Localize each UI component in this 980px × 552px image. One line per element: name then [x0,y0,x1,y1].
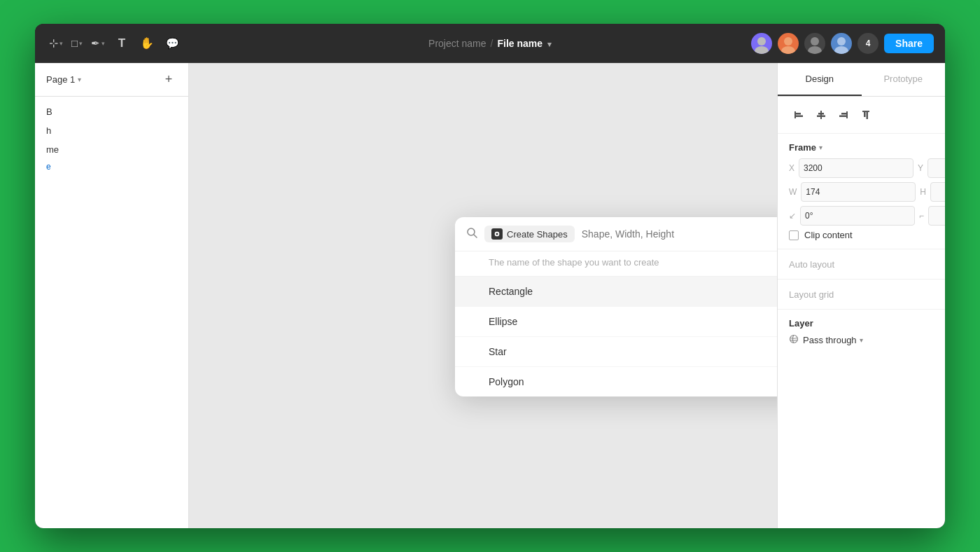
toolbar-center: Project name / File name ▾ [428,38,552,49]
layer-item-b[interactable]: B [35,102,188,121]
svg-point-0 [757,37,766,46]
file-dropdown-arrow: ▾ [547,40,552,48]
move-icon: ⊹ [49,36,58,50]
shape-search-input[interactable] [582,228,777,240]
dropdown-item-star[interactable]: Star [455,337,777,367]
comment-icon: 💬 [166,37,179,50]
w-input[interactable] [801,182,916,202]
dropdown-item-ellipse[interactable]: Ellipse [455,307,777,337]
avatar-1 [751,33,772,54]
frame-dropdown-arrow: ▾ [819,144,822,151]
dropdown-item-rectangle[interactable]: Rectangle [455,277,777,307]
svg-point-1 [755,46,769,54]
auto-layout-label: Auto layout [789,259,834,270]
svg-rect-14 [796,116,803,118]
align-section [778,97,945,134]
move-tool[interactable]: ⊹ ▾ [46,36,66,50]
avatar-3 [804,33,825,54]
frame-section: Frame ▾ X Y W H ↙ [778,134,945,249]
canvas[interactable]: Create Shapes The name of the shape you … [189,63,777,528]
right-panel: Design Prototype [777,63,945,528]
collaborator-count[interactable]: 4 [858,33,878,54]
plugin-icon [491,228,503,240]
create-shapes-dropdown: Create Shapes The name of the shape you … [455,217,777,396]
page-dropdown-arrow: ▾ [78,76,81,83]
corner-input[interactable] [928,206,945,226]
svg-point-5 [808,46,822,54]
frame-header-row: Frame ▾ [789,142,934,153]
x-label: X [789,163,794,173]
layer-item-h[interactable]: h [35,121,188,140]
layout-grid-section: Layout grid [778,280,945,310]
hand-tool[interactable]: ✋ [136,32,158,55]
project-name: Project name [428,38,486,49]
align-top-icon[interactable] [856,105,876,125]
frame-icon: □ [71,37,78,49]
comment-tool[interactable]: 💬 [161,32,183,55]
pen-tool-arrow: ▾ [102,40,105,47]
share-button[interactable]: Share [884,34,934,53]
align-center-v-icon[interactable] [811,105,831,125]
left-sidebar: Page 1 ▾ + B h me e [35,63,189,528]
svg-line-9 [474,235,477,237]
svg-point-4 [811,37,819,46]
text-icon: T [118,36,125,50]
pen-icon: ✒ [91,37,100,50]
align-icons-row [789,105,934,125]
app-window: ⊹ ▾ □ ▾ ✒ ▾ T ✋ 💬 [35,24,945,528]
hand-icon: ✋ [140,36,154,50]
pen-tool[interactable]: ✒ ▾ [88,37,108,50]
svg-rect-18 [846,111,848,118]
clip-content-checkbox[interactable] [789,230,799,240]
blend-icon [789,334,799,346]
page-name[interactable]: Page 1 ▾ [46,74,81,85]
svg-rect-12 [794,111,796,118]
h-label: H [920,187,926,197]
layer-blend-row: Pass through ▾ [789,334,934,346]
x-input[interactable] [799,158,913,178]
svg-rect-22 [864,112,866,117]
svg-point-11 [496,233,498,235]
y-input[interactable] [927,158,945,178]
file-name[interactable]: File name ▾ [497,38,551,49]
avatar-4 [831,33,852,54]
svg-rect-17 [817,116,825,118]
svg-point-2 [784,37,792,46]
layer-item-link[interactable]: e [35,159,188,174]
svg-point-24 [790,336,798,343]
wh-row: W H [789,182,934,202]
blend-mode-arrow: ▾ [860,336,863,344]
frame-tool[interactable]: □ ▾ [69,37,85,49]
align-left-icon[interactable] [789,105,808,125]
h-input[interactable] [930,182,945,202]
layout-grid-label: Layout grid [789,289,834,300]
plugin-chip[interactable]: Create Shapes [484,226,575,242]
blend-mode-dropdown[interactable]: Pass through ▾ [803,335,863,345]
sidebar-header: Page 1 ▾ + [35,63,188,97]
rotation-input[interactable] [800,206,915,226]
dropdown-item-polygon[interactable]: Polygon [455,367,777,396]
corner-icon: ⌐ [919,211,924,221]
auto-layout-section: Auto layout [778,249,945,280]
clip-content-label: Clip content [804,230,853,240]
svg-rect-20 [839,116,846,118]
tab-prototype[interactable]: Prototype [862,63,946,96]
layer-section: Layer Pass through ▾ [778,310,945,354]
frame-label: Frame ▾ [789,142,822,153]
svg-rect-15 [820,111,822,119]
dropdown-search-row: Create Shapes [455,217,777,251]
svg-rect-13 [796,113,801,115]
rotation-icon: ↙ [789,211,796,221]
avatar-2 [778,33,799,54]
add-layer-button[interactable]: + [160,71,177,88]
main-area: Page 1 ▾ + B h me e [35,63,945,528]
svg-rect-23 [867,112,869,119]
layer-item-me[interactable]: me [35,140,188,159]
tab-design[interactable]: Design [778,63,862,96]
svg-point-7 [834,46,848,54]
frame-tool-arrow: ▾ [79,40,83,47]
text-tool[interactable]: T [111,32,133,55]
blend-mode-label: Pass through [803,335,857,345]
toolbar-left: ⊹ ▾ □ ▾ ✒ ▾ T ✋ 💬 [46,32,746,55]
align-right-icon[interactable] [834,105,853,125]
